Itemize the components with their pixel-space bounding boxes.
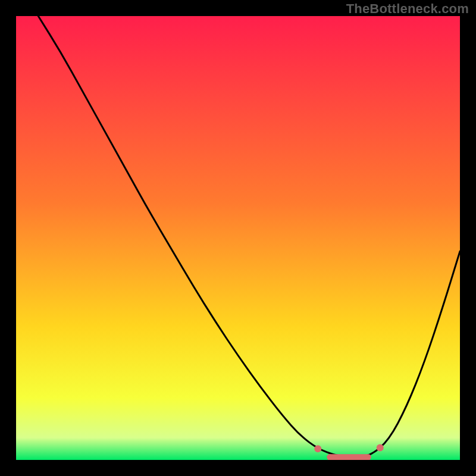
plot-area bbox=[16, 16, 460, 460]
gradient-background bbox=[16, 16, 460, 460]
optimal-capsule bbox=[327, 454, 371, 460]
optimal-end-dot-0 bbox=[314, 445, 321, 452]
bottleneck-svg bbox=[16, 16, 460, 460]
watermark-text: TheBottleneck.com bbox=[346, 1, 469, 17]
optimal-end-dot-1 bbox=[377, 444, 384, 451]
chart-frame: TheBottleneck.com bbox=[0, 0, 476, 476]
